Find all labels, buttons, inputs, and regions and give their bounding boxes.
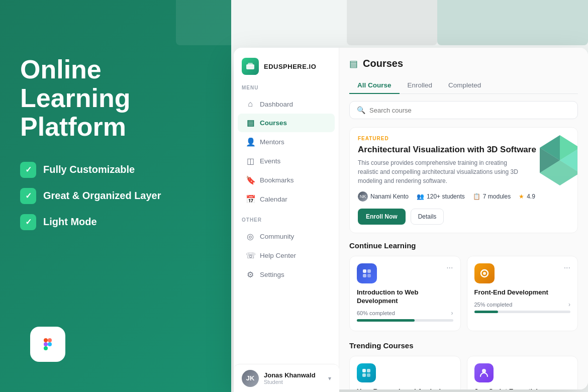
page-icon: ▤ <box>349 58 358 69</box>
sidebar-item-events[interactable]: ◫ Events <box>238 152 335 170</box>
calendar-label: Calendar <box>260 195 287 203</box>
continue-course-title-2: Front-End Development <box>474 288 571 297</box>
sidebar-item-community[interactable]: ◎ Community <box>238 227 335 246</box>
progress-label-1: 60% completed › <box>357 310 453 317</box>
deco-rect-1 <box>176 0 347 45</box>
hero-section: Online Learning Platform Fully Customiza… <box>20 55 211 255</box>
feature-item-1: Fully Customizable <box>20 162 211 178</box>
svg-rect-14 <box>367 269 371 273</box>
courses-icon: ▤ <box>246 118 255 128</box>
progress-bar-1 <box>357 319 453 322</box>
rating-info: ★ 4.9 <box>519 193 535 200</box>
sidebar-item-settings[interactable]: ⚙ Settings <box>238 265 335 284</box>
check-icon-2 <box>20 188 36 204</box>
feature-label-3: Light Mode <box>43 216 97 228</box>
search-input[interactable] <box>369 107 570 114</box>
tab-enrolled[interactable]: Enrolled <box>400 77 441 94</box>
svg-rect-21 <box>362 373 366 377</box>
students-info: 👥 120+ students <box>417 193 465 200</box>
instructor-name: Nanami Kento <box>370 193 409 200</box>
trending-card-1: User Research and Analysis This course i… <box>349 356 461 389</box>
chevron-right-icon-2: › <box>568 301 570 308</box>
trending-title: Trending Courses <box>349 341 578 350</box>
bookmarks-label: Bookmarks <box>260 176 294 184</box>
svg-rect-3 <box>44 346 48 350</box>
user-role: Student <box>264 379 323 385</box>
continue-card-1: ··· Introduction to Web Development 60% … <box>349 256 461 331</box>
sidebar-item-courses[interactable]: ▤ Courses <box>238 114 335 132</box>
continue-card-2: ··· Front-End Development 25% completed … <box>467 256 578 331</box>
featured-rating: 4.9 <box>527 193 535 200</box>
svg-point-18 <box>483 272 486 275</box>
other-section-label: OTHER <box>234 217 339 227</box>
featured-meta: NK Nanami Kento 👥 120+ students 📋 7 modu… <box>358 191 569 202</box>
svg-rect-22 <box>367 373 370 377</box>
modules-count: 7 modules <box>483 193 511 200</box>
modules-icon: 📋 <box>473 193 480 200</box>
continue-learning-title: Continue Learning <box>349 241 578 250</box>
sidebar-item-mentors[interactable]: 👤 Mentors <box>238 133 335 151</box>
deco-rect-3 <box>437 0 588 45</box>
community-icon: ◎ <box>246 232 255 241</box>
feature-item-3: Light Mode <box>20 214 211 230</box>
sidebar-item-bookmarks[interactable]: 🔖 Bookmarks <box>238 171 335 189</box>
chevron-right-icon-1: › <box>451 310 453 317</box>
hero-title: Online Learning Platform <box>20 55 211 142</box>
trending-thumb-1 <box>357 363 376 382</box>
trending-thumb-2 <box>474 363 494 382</box>
svg-rect-2 <box>44 342 48 346</box>
bookmarks-icon: 🔖 <box>246 175 255 185</box>
progress-label-2: 25% completed › <box>474 301 571 308</box>
feature-label-2: Great & Organized Layer <box>43 190 161 202</box>
courses-label: Courses <box>260 119 287 127</box>
check-icon-1 <box>20 162 36 178</box>
user-info: Jonas Khanwald Student <box>264 371 323 385</box>
svg-rect-13 <box>363 269 366 273</box>
instructor-avatar: NK <box>358 191 368 202</box>
svg-rect-20 <box>367 369 370 372</box>
more-options-icon-2[interactable]: ··· <box>564 263 570 272</box>
featured-description: This course provides comprehensive train… <box>358 158 529 185</box>
dashboard-icon: ⌂ <box>246 100 255 109</box>
more-options-icon-1[interactable]: ··· <box>446 263 453 272</box>
feature-label-1: Fully Customizable <box>43 164 135 175</box>
students-count: 120+ students <box>427 193 465 200</box>
mentors-icon: 👤 <box>246 137 255 147</box>
svg-rect-6 <box>248 63 253 66</box>
svg-rect-16 <box>367 274 371 277</box>
featured-card: FEATURED Architectural Visualization wit… <box>349 127 578 233</box>
mentors-label: Mentors <box>260 138 284 146</box>
sidebar-item-calendar[interactable]: 📅 Calendar <box>238 190 335 209</box>
help-label: Help Center <box>260 252 296 259</box>
search-icon: 🔍 <box>357 106 365 114</box>
deco-rect-2 <box>347 0 437 45</box>
course-tabs: All Course Enrolled Completed <box>349 77 578 94</box>
details-button[interactable]: Details <box>411 209 444 225</box>
enroll-button[interactable]: Enroll Now <box>358 209 406 225</box>
course-thumb-2 <box>474 263 495 283</box>
tab-all-course[interactable]: All Course <box>349 77 400 94</box>
ui-window: EDUSPHERE.IO MENU ⌂ Dashboard ▤ Courses … <box>234 48 588 389</box>
sidebar-item-help[interactable]: ☏ Help Center <box>238 246 335 265</box>
trending-grid: User Research and Analysis This course i… <box>349 356 578 389</box>
figma-logo <box>30 327 65 362</box>
svg-rect-1 <box>48 338 52 342</box>
chevron-down-icon: ▾ <box>328 375 331 382</box>
progress-fill-2 <box>474 311 499 313</box>
page-title: Courses <box>363 58 403 69</box>
svg-rect-0 <box>44 338 48 342</box>
other-nav: ◎ Community ☏ Help Center ⚙ Settings <box>234 227 339 284</box>
dashboard-label: Dashboard <box>260 101 293 108</box>
app-logo-icon <box>242 58 259 75</box>
user-name: Jonas Khanwald <box>264 371 323 379</box>
search-bar[interactable]: 🔍 <box>349 101 578 119</box>
sidebar-item-dashboard[interactable]: ⌂ Dashboard <box>238 95 335 113</box>
tab-completed[interactable]: Completed <box>440 77 489 94</box>
user-bar[interactable]: JK Jonas Khanwald Student ▾ <box>234 364 339 392</box>
main-content: ▤ Courses All Course Enrolled Completed … <box>339 48 588 389</box>
trending-course-title-1: User Research and Analysis <box>357 387 453 389</box>
svg-point-23 <box>482 369 486 373</box>
calendar-icon: 📅 <box>246 194 255 204</box>
continue-card-1-header: ··· <box>357 263 453 283</box>
user-avatar: JK <box>242 370 259 387</box>
